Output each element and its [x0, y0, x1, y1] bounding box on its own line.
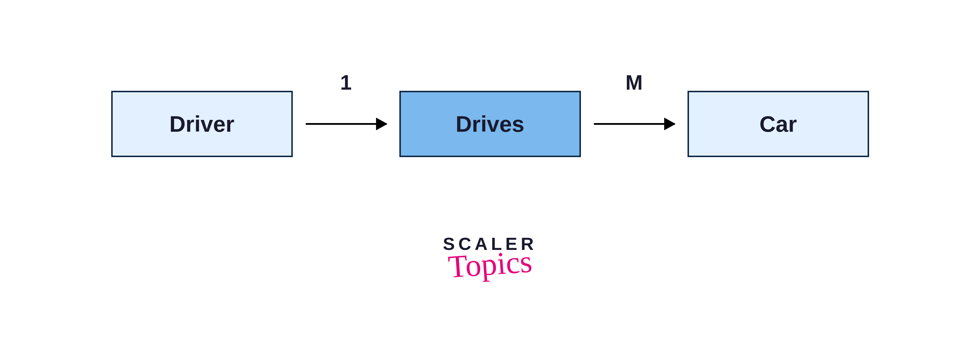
scaler-topics-logo: SCALER Topics: [443, 233, 537, 282]
cardinality-label: 1: [340, 71, 352, 94]
cardinality-label: M: [625, 71, 643, 94]
entity-car: Car: [687, 91, 869, 157]
arrow-line-icon: [594, 123, 675, 125]
arrow-line-icon: [306, 123, 387, 125]
entity-label: Driver: [169, 111, 234, 137]
relationship-drives: Drives: [399, 91, 581, 157]
logo-text-topics: Topics: [442, 243, 538, 286]
arrow-driver-to-drives: 1: [293, 91, 399, 157]
entity-label: Car: [759, 111, 797, 137]
arrow-drives-to-car: M: [581, 91, 687, 157]
entity-driver: Driver: [111, 91, 293, 157]
er-diagram: Driver 1 Drives M Car: [0, 91, 980, 157]
entity-label: Drives: [455, 111, 525, 137]
